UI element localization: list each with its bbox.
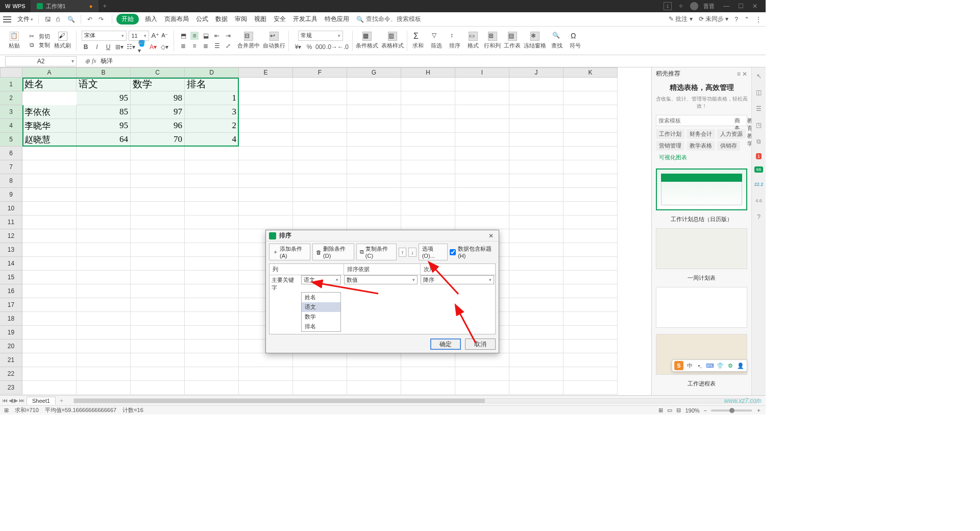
align-bottom-icon[interactable]: ⬓ [202,32,210,40]
has-header-checkbox[interactable]: 数据包含标题(H) [450,245,496,259]
row-header-17[interactable]: 17 [0,298,22,312]
col-header-H[interactable]: H [401,67,455,78]
cell-D1[interactable]: 排名 [185,78,239,91]
row-header-21[interactable]: 21 [0,353,22,367]
panel-settings-icon[interactable]: ≡ [737,70,741,78]
zoom-slider[interactable] [711,409,752,412]
cell-A1[interactable]: 姓名 [22,78,77,91]
decrease-font-icon[interactable]: A⁻ [161,32,168,39]
align-center-icon[interactable]: ≡ [190,42,199,50]
row-header-8[interactable]: 8 [0,174,22,188]
collapse-ribbon-icon[interactable]: ⌃ [744,16,749,23]
dd-option-name[interactable]: 姓名 [302,293,340,302]
cell-D4[interactable]: 2 [185,119,239,133]
cond-format-button[interactable]: ▦条件格式 [356,32,378,50]
fontcolor-icon[interactable]: A▾ [149,43,157,51]
number-format-select[interactable]: 常规▾ [298,31,343,41]
cell-D2[interactable]: 1 [185,91,239,105]
row-header-5[interactable]: 5 [0,133,22,147]
freeze-button[interactable]: ❄冻结窗格 [524,32,546,50]
user-avatar[interactable] [690,2,698,10]
filter-button[interactable]: ▽筛选 [429,32,444,50]
row-header-7[interactable]: 7 [0,160,22,174]
format-painter-button[interactable]: 🖌格式刷 [54,32,71,50]
align-right-icon[interactable]: ≣ [202,42,210,50]
zoom-level[interactable]: 190% [685,407,699,414]
menu-icon[interactable] [3,16,11,22]
cell-B3[interactable]: 85 [77,105,131,119]
format-button[interactable]: ▭格式 [465,32,481,50]
cell-A5[interactable]: 赵晓慧 [22,133,77,147]
clear-format-icon[interactable]: ◇▾ [160,43,168,51]
tab-business[interactable]: 商务风 [731,115,744,126]
template-card-2[interactable] [656,228,747,269]
row-header-9[interactable]: 9 [0,188,22,202]
template-search[interactable]: 商务风 教育教学 [656,115,747,126]
find-button[interactable]: 🔍查找 [549,32,565,50]
merge-center-button[interactable]: ⊟合并居中 [237,32,260,50]
indent-dec-icon[interactable]: ⇤ [213,32,221,40]
cell-C5[interactable]: 70 [131,133,185,147]
tab-devtools[interactable]: 开发工具 [293,15,317,23]
underline-icon[interactable]: U [104,43,112,51]
cat-hr[interactable]: 人力资源 [717,129,746,139]
cell-B1[interactable]: 语文 [77,78,131,91]
tab-start[interactable]: 开始 [116,14,139,25]
cat-teaching[interactable]: 教学表格 [687,141,715,151]
sidebar-props-icon[interactable]: ☰ [754,104,764,113]
sort-button[interactable]: ↕排序 [447,32,462,50]
row-header-15[interactable]: 15 [0,271,22,284]
ime-toolbar[interactable]: S 中 •, ⌨ 👕 ⚙ 👤 [672,359,747,372]
row-header-13[interactable]: 13 [0,243,22,257]
row-header-18[interactable]: 18 [0,312,22,326]
skin-icon[interactable]: ✧ [677,2,685,10]
undo-icon[interactable]: ↶ [87,16,94,23]
copy-condition-button[interactable]: ⧉复制条件(C) [356,244,397,260]
cat-supply[interactable]: 供销存 [717,141,740,151]
sort-order-select[interactable]: 降序▾ [421,275,494,284]
col-header-D[interactable]: D [185,67,239,78]
align-left-icon[interactable]: ≣ [179,42,187,50]
formula-input[interactable]: 杨洋 [101,57,113,65]
row-header-12[interactable]: 12 [0,229,22,243]
cancel-button[interactable]: 取消 [465,339,496,350]
annotate-menu[interactable]: ✎ 批注 ▾ [669,15,693,23]
sort-basis-select[interactable]: 数值▾ [344,275,418,284]
dd-option-yuwen[interactable]: 语文 [302,302,340,312]
col-header-B[interactable]: B [77,67,131,78]
ime-keyboard-icon[interactable]: ⌨ [706,361,714,370]
dd-option-shuxue[interactable]: 数学 [302,312,340,322]
percent-icon[interactable]: % [305,43,313,51]
delete-condition-button[interactable]: 🗑删除条件(D) [312,244,354,260]
cell-A3[interactable]: 李依依 [22,105,77,119]
move-up-button[interactable]: ↑ [399,248,407,257]
dd-option-rank[interactable]: 排名 [302,322,340,331]
preview-icon[interactable]: 🔍 [67,16,75,23]
symbol-button[interactable]: Ω符号 [568,32,583,50]
dec-dec-icon[interactable]: ←.0 [339,43,347,51]
currency-icon[interactable]: ¥▾ [294,43,302,51]
row-header-3[interactable]: 3 [0,105,22,119]
row-header-4[interactable]: 4 [0,119,22,133]
row-header-6[interactable]: 6 [0,147,22,160]
more-icon[interactable]: ⋮ [755,16,762,23]
inc-dec-icon[interactable]: .0→ [328,43,336,51]
select-all-corner[interactable] [0,67,22,78]
zoom-out-icon[interactable]: − [704,407,707,414]
thousands-icon[interactable]: 000 [316,43,325,51]
col-header-F[interactable]: F [293,67,347,78]
row-header-23[interactable]: 23 [0,381,22,395]
tab-view[interactable]: 视图 [254,15,266,23]
name-box[interactable]: A2▾ [5,56,77,66]
ime-punct-icon[interactable]: •, [696,361,704,370]
row-header-14[interactable]: 14 [0,257,22,271]
col-header-I[interactable]: I [455,67,509,78]
cell-C2[interactable]: 98 [131,91,185,105]
close-button[interactable]: ✕ [748,1,762,11]
sheet-nav[interactable]: ⏮◀▶⏭ [0,397,27,404]
print-icon[interactable]: ⎙ [56,16,63,23]
row-header-16[interactable]: 16 [0,284,22,298]
indent-inc-icon[interactable]: ⇥ [224,32,232,40]
cat-workplan[interactable]: 工作计划 [656,129,684,139]
sort-column-select[interactable]: 语文▾ [301,275,341,284]
